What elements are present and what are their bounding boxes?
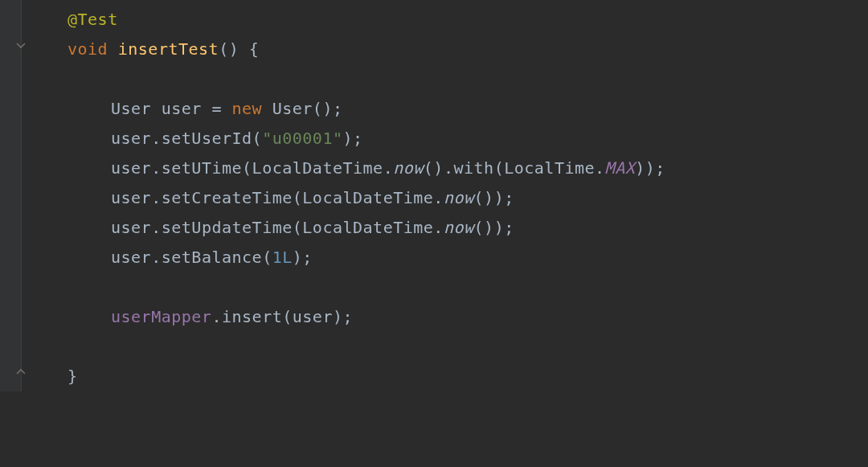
annotation: @Test <box>68 10 118 29</box>
method-call: setCreateTime <box>162 188 293 207</box>
gutter <box>0 0 22 391</box>
code-line[interactable]: @Test <box>24 5 868 35</box>
field-ref: userMapper <box>111 307 211 326</box>
code-line[interactable]: } <box>24 362 868 391</box>
code-editor[interactable]: @Test void insertTest() { User user = ne… <box>0 0 868 391</box>
code-line[interactable]: user.setUserId("u00001"); <box>24 124 868 154</box>
code-line[interactable]: userMapper.insert(user); <box>24 302 868 332</box>
code-area[interactable]: @Test void insertTest() { User user = ne… <box>0 0 868 391</box>
static-field: MAX <box>605 158 636 178</box>
static-method: now <box>444 218 474 237</box>
number-literal: 1L <box>272 248 293 267</box>
code-line[interactable]: User user = new User(); <box>24 94 868 124</box>
blank-line[interactable] <box>24 272 868 302</box>
keyword-void: void <box>68 39 108 59</box>
blank-line[interactable] <box>24 332 868 362</box>
method-call: setUserId <box>162 129 252 148</box>
method-call: setUpdateTime <box>162 218 293 237</box>
code-line[interactable]: user.setUpdateTime(LocalDateTime.now()); <box>24 213 868 243</box>
method-call: insert <box>222 307 282 326</box>
static-method: now <box>393 158 424 178</box>
code-line[interactable]: user.setUTime(LocalDateTime.now().with(L… <box>24 154 868 183</box>
code-line[interactable]: void insertTest() { <box>24 35 868 64</box>
blank-line[interactable] <box>24 64 868 94</box>
type-user: User <box>111 99 151 118</box>
method-call: setUTime <box>162 158 242 178</box>
method-call: setBalance <box>162 248 262 267</box>
code-line[interactable]: user.setCreateTime(LocalDateTime.now()); <box>24 183 868 213</box>
keyword-new: new <box>232 99 263 118</box>
static-method: now <box>444 188 474 207</box>
method-name: insertTest <box>118 39 219 59</box>
string-literal: "u00001" <box>262 129 342 148</box>
code-line[interactable]: user.setBalance(1L); <box>24 243 868 272</box>
